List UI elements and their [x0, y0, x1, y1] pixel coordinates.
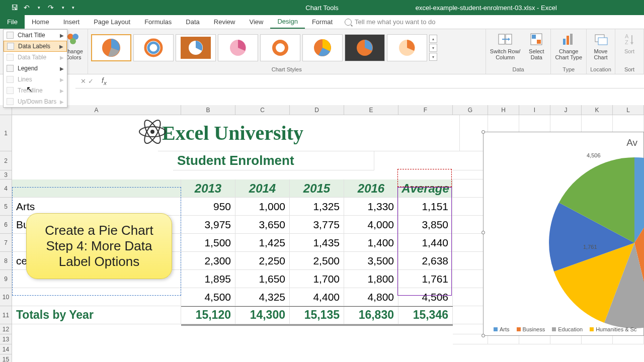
sort-button[interactable]: AZ Sort [617, 30, 641, 55]
cell-E4[interactable]: 2016 [344, 179, 398, 198]
row-header-11[interactable]: 11 [0, 306, 12, 324]
chart-style-7[interactable] [345, 34, 385, 61]
gallery-up-icon[interactable]: ▴ [429, 35, 437, 43]
cell-E7[interactable]: 1,400 [344, 234, 398, 252]
tab-format[interactable]: Format [305, 15, 340, 29]
cell-D8[interactable]: 2,500 [290, 252, 344, 270]
row-header-10[interactable]: 10 [0, 288, 12, 306]
column-header-E[interactable]: E [344, 105, 398, 115]
column-header-K[interactable]: K [582, 105, 613, 115]
row-header-6[interactable]: 6 [0, 216, 12, 234]
cell-D10[interactable]: 4,400 [290, 288, 344, 306]
row-header-1[interactable]: 1 [0, 115, 12, 151]
cell-A4[interactable] [12, 179, 181, 198]
cell-B6[interactable]: 3,975 [181, 216, 235, 234]
row-header-4[interactable]: 4 [0, 179, 12, 198]
chart-style-2[interactable] [133, 34, 174, 61]
cell-F7[interactable]: 1,440 [398, 234, 453, 252]
cell-F6[interactable]: 3,850 [398, 216, 453, 234]
row-header-5[interactable]: 5 [0, 198, 12, 216]
cell-F5[interactable]: 1,151 [398, 198, 453, 216]
cell-D7[interactable]: 1,435 [290, 234, 344, 252]
fx-icon[interactable]: fx [99, 76, 107, 86]
tell-me-search[interactable]: Tell me what you want to do [340, 15, 435, 29]
column-header-B[interactable]: B [181, 105, 235, 115]
tab-design[interactable]: Design [270, 15, 304, 29]
cell-E5[interactable]: 1,330 [344, 198, 398, 216]
cell-subtitle[interactable]: Student Enrolment [173, 151, 374, 170]
column-header-G[interactable]: G [453, 105, 488, 115]
embedded-pie-chart[interactable]: Av 4,506 1,761 Arts Business Education H… [483, 132, 644, 336]
chart-style-6[interactable] [302, 34, 343, 61]
formula-input[interactable] [107, 77, 644, 85]
cell-C5[interactable]: 1,000 [235, 198, 290, 216]
column-header-C[interactable]: C [235, 105, 290, 115]
chart-style-8[interactable] [387, 34, 427, 61]
cell-F9[interactable]: 1,761 [398, 270, 453, 288]
cell-C9[interactable]: 1,650 [235, 270, 290, 288]
row-header-9[interactable]: 9 [0, 270, 12, 288]
cell-D4[interactable]: 2015 [290, 179, 344, 198]
menu-chart-title[interactable]: Chart Title▶ [4, 30, 67, 41]
redo-dropdown-icon[interactable]: ▾ [57, 2, 68, 13]
cell-B9[interactable]: 1,895 [181, 270, 235, 288]
row-header-15[interactable]: 15 [0, 354, 12, 362]
column-header-J[interactable]: J [550, 105, 582, 115]
cell-E8[interactable]: 3,500 [344, 252, 398, 270]
cell-B7[interactable]: 1,500 [181, 234, 235, 252]
cell-F4[interactable]: Average [398, 179, 453, 198]
row-header-8[interactable]: 8 [0, 252, 12, 270]
empty-cell[interactable] [519, 334, 550, 344]
cell-C4[interactable]: 2014 [235, 179, 290, 198]
fx-cancel-icon[interactable]: ✕ [80, 77, 86, 85]
tab-view[interactable]: View [242, 15, 270, 29]
cell-B10[interactable]: 4,500 [181, 288, 235, 306]
chart-style-5[interactable] [260, 34, 300, 61]
empty-cell[interactable] [488, 334, 519, 344]
column-header-I[interactable]: I [519, 105, 550, 115]
row-header-7[interactable]: 7 [0, 234, 12, 252]
row-header-3[interactable]: 3 [0, 170, 12, 179]
column-header-H[interactable]: H [488, 105, 519, 115]
undo-dropdown-icon[interactable]: ▾ [33, 2, 44, 13]
undo-icon[interactable]: ↶ [21, 2, 32, 13]
change-chart-type-button[interactable]: Change Chart Type [553, 30, 584, 61]
cell-D11[interactable]: 15,135 [290, 306, 344, 324]
chart-handle-sw[interactable] [481, 334, 485, 337]
cell-C8[interactable]: 2,250 [235, 252, 290, 270]
cell-B8[interactable]: 2,300 [181, 252, 235, 270]
row-header-12[interactable]: 12 [0, 324, 12, 334]
column-header-L[interactable]: L [613, 105, 644, 115]
cell-D5[interactable]: 1,325 [290, 198, 344, 216]
chart-style-1[interactable] [91, 34, 131, 61]
tab-file[interactable]: File [0, 15, 25, 29]
cell-B11[interactable]: 15,120 [181, 306, 235, 324]
tab-review[interactable]: Review [207, 15, 243, 29]
cell-D9[interactable]: 1,700 [290, 270, 344, 288]
cell-B5[interactable]: 950 [181, 198, 235, 216]
tab-page-layout[interactable]: Page Layout [87, 15, 137, 29]
chart-style-3[interactable] [176, 34, 216, 61]
cell-E11[interactable]: 16,830 [344, 306, 398, 324]
cell-F10[interactable]: 4,506 [398, 288, 453, 306]
fx-enter-icon[interactable]: ✓ [88, 77, 94, 85]
menu-data-labels[interactable]: Data Labels▶ [4, 41, 67, 52]
row-header-14[interactable]: 14 [0, 344, 12, 354]
gallery-down-icon[interactable]: ▾ [429, 44, 437, 52]
cell-A11[interactable]: Totals by Year [12, 306, 181, 324]
tab-data[interactable]: Data [179, 15, 206, 29]
cell-title[interactable]: Excel University [158, 115, 460, 151]
empty-cell[interactable] [550, 334, 582, 344]
chart-styles-gallery[interactable]: ▴ ▾ ▾ [90, 30, 484, 65]
cell-A10[interactable] [12, 288, 181, 306]
chart-style-4[interactable] [218, 34, 258, 61]
cell-D6[interactable]: 3,775 [290, 216, 344, 234]
cell-E6[interactable]: 4,000 [344, 216, 398, 234]
row-header-13[interactable]: 13 [0, 334, 12, 344]
redo-icon[interactable]: ↷ [45, 2, 56, 13]
qat-customize-icon[interactable]: ▾ [69, 2, 76, 13]
spreadsheet-grid[interactable]: ABCDEFGHIJKL 123456789101112131415 Excel… [0, 88, 644, 362]
select-data-button[interactable]: Select Data [524, 30, 548, 61]
row-header-2[interactable]: 2 [0, 151, 12, 170]
menu-legend[interactable]: Legend▶ [4, 63, 67, 74]
